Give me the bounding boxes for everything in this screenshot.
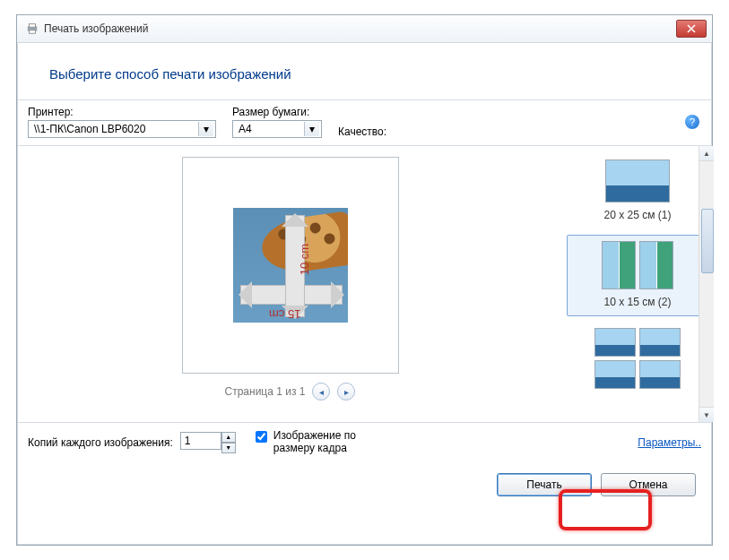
- print-button[interactable]: Печать: [497, 473, 592, 496]
- scroll-down-button[interactable]: ▼: [699, 407, 714, 422]
- layout-thumb-icon: [602, 241, 636, 289]
- layout-option-quad[interactable]: [567, 322, 708, 401]
- layout-thumb-icon: [639, 360, 681, 389]
- cancel-button[interactable]: Отмена: [601, 473, 696, 496]
- printer-label: Принтер:: [28, 106, 216, 118]
- dimension-horizontal: 15 cm: [269, 307, 300, 321]
- scroll-up-button[interactable]: ▲: [699, 146, 714, 161]
- spin-up-button[interactable]: ▲: [221, 432, 236, 443]
- main-area: 10 cm 15 cm Страница 1 из 1 ◂ ▸ 20 x 25 …: [17, 146, 712, 422]
- layout-thumb-icon: [605, 159, 670, 202]
- printer-icon: [26, 22, 39, 35]
- svg-rect-1: [30, 24, 36, 28]
- titlebar: Печать изображений: [17, 15, 712, 43]
- close-icon: [687, 24, 696, 33]
- svg-rect-2: [30, 30, 36, 34]
- next-page-button[interactable]: ▸: [337, 383, 355, 401]
- pager: Страница 1 из 1 ◂ ▸: [225, 383, 356, 401]
- scroll-thumb[interactable]: [701, 209, 714, 273]
- help-icon[interactable]: ?: [685, 115, 699, 129]
- dimension-vertical: 10 cm: [298, 244, 311, 275]
- window-title: Печать изображений: [44, 22, 148, 35]
- scrollbar[interactable]: ▲ ▼: [699, 146, 714, 422]
- button-row: Печать Отмена: [17, 462, 712, 511]
- paper-combo[interactable]: A4 ▾: [232, 120, 322, 138]
- print-dialog: Печать изображений Выберите способ печат…: [16, 14, 713, 546]
- page-preview: 10 cm 15 cm: [182, 157, 399, 374]
- bottom-row: Копий каждого изображения: ▲ ▼ Изображен…: [17, 422, 712, 462]
- preview-pane: 10 cm 15 cm Страница 1 из 1 ◂ ▸: [17, 146, 563, 422]
- layout-thumb-icon: [639, 241, 673, 289]
- quality-label: Качество:: [338, 125, 410, 138]
- preview-image: 10 cm 15 cm: [233, 208, 348, 323]
- chevron-down-icon: ▾: [198, 122, 213, 136]
- copies-spinner[interactable]: ▲ ▼: [180, 432, 236, 453]
- layout-thumb-icon: [639, 328, 681, 357]
- pager-text: Страница 1 из 1: [225, 385, 306, 398]
- layouts-pane: 20 x 25 см (1) 10 x 15 см (2) ▲ ▼: [563, 146, 712, 422]
- copies-label: Копий каждого изображения:: [28, 436, 173, 449]
- fit-frame-label: Изображение по размеру кадра: [273, 430, 356, 455]
- layout-thumb-icon: [594, 360, 636, 389]
- close-button[interactable]: [676, 20, 707, 38]
- chevron-down-icon: ▾: [304, 122, 319, 136]
- options-link[interactable]: Параметры..: [638, 436, 701, 449]
- layout-thumb-icon: [594, 328, 636, 357]
- layout-label: 10 x 15 см (2): [569, 296, 706, 308]
- header: Выберите способ печати изображений: [17, 43, 712, 99]
- print-controls: Принтер: \\1-ПК\Canon LBP6020 ▾ Размер б…: [17, 100, 712, 145]
- printer-combo[interactable]: \\1-ПК\Canon LBP6020 ▾: [28, 120, 216, 138]
- paper-label: Размер бумаги:: [232, 106, 322, 118]
- layout-label: 20 x 25 см (1): [569, 209, 706, 221]
- layout-option-10x15[interactable]: 10 x 15 см (2): [567, 235, 708, 316]
- layout-option-20x25[interactable]: 20 x 25 см (1): [567, 153, 708, 229]
- spin-down-button[interactable]: ▼: [221, 443, 236, 453]
- paper-value: A4: [239, 123, 252, 135]
- instruction-text: Выберите способ печати изображений: [49, 66, 712, 82]
- copies-input[interactable]: [180, 432, 221, 450]
- prev-page-button[interactable]: ◂: [312, 383, 330, 401]
- fit-frame-checkbox[interactable]: [256, 431, 267, 443]
- printer-value: \\1-ПК\Canon LBP6020: [34, 123, 145, 135]
